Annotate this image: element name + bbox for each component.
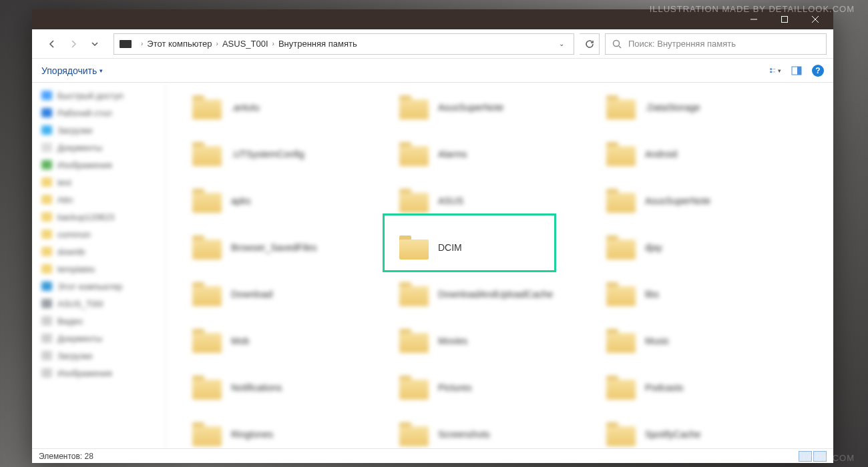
address-bar[interactable]: › Этот компьютер › ASUS_T00I › Внутрення… (114, 33, 574, 55)
svg-point-4 (614, 40, 620, 46)
folder-label: Movies (438, 336, 467, 346)
folder-item[interactable]: Mob (192, 324, 386, 358)
organize-menu[interactable]: Упорядочить▾ (41, 65, 103, 76)
content-area[interactable]: .antutuAsusSuperNote.DataStorage.UTSyste… (166, 83, 833, 448)
folder-item[interactable]: ASUS (399, 184, 593, 217)
folder-icon (606, 329, 636, 353)
refresh-button[interactable] (580, 33, 600, 55)
folder-item[interactable]: Podcasts (606, 371, 800, 404)
sidebar-item[interactable]: Загрузки (32, 121, 165, 139)
folder-label: Browser_SavedFiles (231, 242, 316, 253)
folder-label: SpotifyCache (645, 429, 700, 440)
crumb-0[interactable]: Этот компьютер (147, 39, 212, 49)
sidebar-label: Изображения (57, 160, 112, 170)
folder-item[interactable]: .antutu (192, 91, 386, 124)
folder-item[interactable]: Pictures (399, 371, 593, 404)
folder-icon (192, 189, 222, 213)
sidebar-item[interactable]: common (32, 225, 165, 243)
folder-label: Notifications (231, 382, 282, 393)
body: Быстрый доступРабочий столЗагрузкиДокуме… (32, 83, 833, 448)
folder-item[interactable]: Alarms (399, 137, 593, 171)
folder-icon (399, 142, 429, 166)
sidebar-label: Attn (57, 195, 73, 205)
folder-item[interactable]: apks (192, 184, 386, 217)
sidebar-item[interactable]: Видео (32, 312, 165, 330)
folder-item[interactable]: DCIM (399, 231, 593, 264)
folder-item[interactable]: Ringtones (192, 418, 386, 448)
sidebar-item[interactable]: Загрузки (32, 347, 165, 364)
sidebar-icon (41, 316, 52, 326)
back-button[interactable] (43, 35, 61, 53)
folder-icon (192, 422, 222, 446)
folder-icon (606, 189, 636, 213)
crumb-2[interactable]: Внутренняя память (278, 39, 357, 49)
folder-item[interactable]: Notifications (192, 371, 386, 404)
sidebar-item[interactable]: Документы (32, 330, 165, 347)
sidebar-label: test (57, 177, 71, 187)
search-input[interactable]: Поиск: Внутренняя память (605, 33, 827, 55)
folder-item[interactable]: .DataStorage (606, 91, 800, 124)
sidebar-icon (41, 108, 52, 117)
help-button[interactable]: ? (812, 65, 824, 77)
sidebar-item[interactable]: downlb (32, 243, 165, 260)
chevron-right-icon: › (141, 40, 143, 47)
folder-item[interactable]: libs (606, 278, 800, 311)
folder-item[interactable]: Movies (399, 324, 593, 358)
history-dropdown[interactable] (85, 35, 104, 53)
folder-label: apks (231, 195, 251, 206)
svg-rect-7 (770, 71, 772, 72)
sidebar-item[interactable]: backup120623 (32, 208, 165, 225)
sidebar-item[interactable]: Attn (32, 191, 165, 208)
folder-icon (192, 376, 222, 400)
sidebar-label: common (57, 229, 91, 240)
view-options-button[interactable]: ▾ (769, 65, 781, 77)
crumb-1[interactable]: ASUS_T00I (222, 39, 268, 49)
sidebar-item[interactable]: Рабочий стол (32, 104, 165, 121)
folder-item[interactable]: .UTSystemConfig (192, 137, 386, 171)
sidebar-icon (41, 351, 52, 360)
folder-item[interactable]: Browser_SavedFiles (192, 231, 386, 264)
folder-icon (399, 422, 429, 446)
sidebar-icon (41, 91, 52, 100)
address-dropdown[interactable]: ⌄ (555, 40, 568, 47)
sidebar-icon (41, 125, 52, 135)
folder-item[interactable]: SpotifyCache (606, 418, 800, 448)
sidebar[interactable]: Быстрый доступРабочий столЗагрузкиДокуме… (32, 83, 166, 448)
sidebar-item[interactable]: Быстрый доступ (32, 87, 165, 104)
folder-item[interactable]: DownloadAndUploadCache (399, 278, 593, 311)
folder-label: Music (645, 336, 670, 346)
folder-icon (192, 236, 222, 260)
folder-item[interactable]: Music (606, 324, 800, 358)
sidebar-item[interactable]: Изображения (32, 364, 165, 382)
sidebar-label: backup120623 (57, 212, 114, 222)
sidebar-item[interactable]: ASUS_T00I (32, 295, 165, 312)
sidebar-label: Документы (57, 334, 102, 344)
folder-icon (606, 422, 636, 446)
preview-pane-button[interactable] (791, 65, 803, 77)
folder-label: Mob (231, 336, 249, 346)
sidebar-item[interactable]: templates (32, 260, 165, 278)
folder-item[interactable]: AsusSuperNote (606, 184, 800, 217)
sidebar-item[interactable]: Изображения (32, 156, 165, 173)
folder-icon (606, 376, 636, 400)
svg-rect-6 (770, 68, 772, 69)
drive-icon (120, 40, 132, 48)
folder-label: .antutu (231, 102, 260, 113)
sidebar-item[interactable]: Документы (32, 139, 165, 156)
folder-item[interactable]: Android (606, 137, 800, 171)
sidebar-item[interactable]: Этот компьютер (32, 278, 165, 295)
sidebar-icon (41, 264, 52, 274)
folder-item[interactable]: Screenshots (399, 418, 593, 448)
sidebar-label: Рабочий стол (57, 108, 112, 118)
folder-item[interactable]: djay (606, 231, 800, 264)
folder-label: Android (645, 149, 677, 159)
sidebar-item[interactable]: test (32, 173, 165, 191)
folder-label: AsusSuperNote (438, 102, 503, 113)
sidebar-icon (41, 160, 52, 169)
folder-icon (606, 282, 636, 306)
sidebar-label: Загрузки (57, 351, 92, 361)
folder-item[interactable]: AsusSuperNote (399, 91, 593, 124)
forward-button[interactable] (64, 35, 83, 53)
chevron-down-icon: ▾ (99, 67, 103, 74)
folder-item[interactable]: Download (192, 278, 386, 311)
